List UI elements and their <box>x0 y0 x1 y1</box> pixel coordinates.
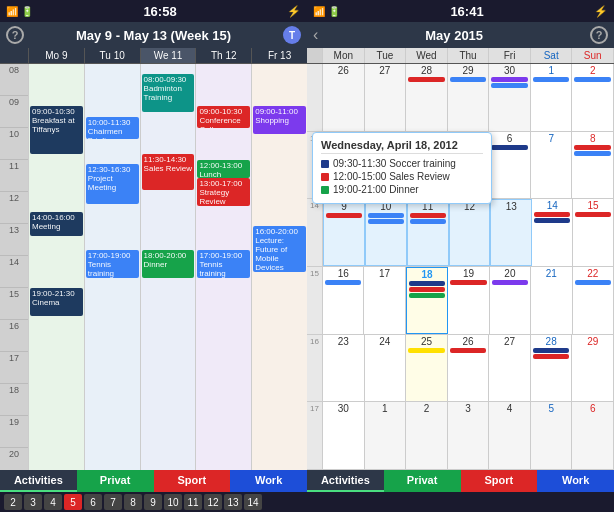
week-view[interactable]: 08 09 10 11 12 13 14 15 16 17 18 19 20 2… <box>0 64 307 470</box>
month-day-27b[interactable]: 27 <box>489 335 531 402</box>
month-day-17[interactable]: 17 <box>364 267 405 334</box>
month-day-27a[interactable]: 27 <box>365 64 407 131</box>
month-day-1a[interactable]: 1 <box>531 64 573 131</box>
left-header: ? May 9 - May 13 (Week 15) T <box>0 22 307 48</box>
tab-sport-right[interactable]: Sport <box>461 470 538 492</box>
month-day-18[interactable]: 18 <box>406 267 448 334</box>
left-help-icon[interactable]: ? <box>6 26 24 44</box>
month-day-26a[interactable]: 26 <box>323 64 365 131</box>
tab-sport-left[interactable]: Sport <box>154 470 231 492</box>
page-9[interactable]: 9 <box>144 494 162 510</box>
day-col-wednesday[interactable]: 08:00-09:30 Badminton Training 11:30-14:… <box>140 64 196 470</box>
page-4[interactable]: 4 <box>44 494 62 510</box>
right-help-icon[interactable]: ? <box>590 26 608 44</box>
month-day-2b[interactable]: 2 <box>406 402 448 469</box>
month-day-7[interactable]: 7 <box>531 132 573 199</box>
month-day-16[interactable]: 16 <box>323 267 364 334</box>
day-col-monday[interactable]: 09:00-10:30 Breakfast at Tiffanys 14:00-… <box>28 64 84 470</box>
page-8[interactable]: 8 <box>124 494 142 510</box>
event-bar <box>574 145 611 150</box>
month-day-4b[interactable]: 4 <box>489 402 531 469</box>
tab-work-right[interactable]: Work <box>537 470 614 492</box>
month-col-sun: Sun <box>572 48 614 63</box>
left-header-title: May 9 - May 13 (Week 15) <box>76 28 231 43</box>
event-lecture[interactable]: 16:00-20:00 Lecture: Future of Mobile De… <box>253 226 306 272</box>
tab-privat-right[interactable]: Privat <box>384 470 461 492</box>
month-day-24[interactable]: 24 <box>365 335 407 402</box>
t-icon[interactable]: T <box>283 26 301 44</box>
month-day-29b[interactable]: 29 <box>572 335 614 402</box>
time-16: 16 <box>0 320 28 352</box>
month-day-2sun[interactable]: 2 <box>572 64 614 131</box>
page-10[interactable]: 10 <box>164 494 182 510</box>
month-day-8[interactable]: 8 <box>572 132 614 199</box>
page-14[interactable]: 14 <box>244 494 262 510</box>
event-cinema[interactable]: 19:00-21:30 Cinema <box>30 288 83 316</box>
month-day-12[interactable]: 12 <box>449 199 491 266</box>
month-week-16: 16 23 24 25 26 27 28 29 <box>307 335 614 403</box>
day-header-mo: Mo 9 <box>28 48 84 63</box>
page-2[interactable]: 2 <box>4 494 22 510</box>
event-badminton[interactable]: 08:00-09:30 Badminton Training <box>142 74 195 112</box>
month-day-23[interactable]: 23 <box>323 335 365 402</box>
month-day-6b[interactable]: 6 <box>572 402 614 469</box>
time-08: 08 <box>0 64 28 96</box>
month-day-21[interactable]: 21 <box>531 267 572 334</box>
event-breakfast[interactable]: 09:00-10:30 Breakfast at Tiffanys <box>30 106 83 154</box>
tab-privat-left[interactable]: Privat <box>77 470 154 492</box>
month-day-3b[interactable]: 3 <box>448 402 490 469</box>
tab-activities-right[interactable]: Activities <box>307 470 384 492</box>
month-day-26b[interactable]: 26 <box>448 335 490 402</box>
month-day-30b[interactable]: 30 <box>323 402 365 469</box>
month-day-11[interactable]: 11 <box>407 199 449 266</box>
page-7[interactable]: 7 <box>104 494 122 510</box>
time-09: 09 <box>0 96 28 128</box>
month-day-25[interactable]: 25 <box>406 335 448 402</box>
page-3[interactable]: 3 <box>24 494 42 510</box>
event-tennis-thu[interactable]: 17:00-19:00 Tennis training <box>197 250 250 278</box>
event-meeting-mon[interactable]: 14:00-16:00 Meeting <box>30 212 83 236</box>
month-day-20[interactable]: 20 <box>490 267 531 334</box>
day-col-thursday[interactable]: 09:00-10:30 Conference Call 12:00-13:00 … <box>195 64 251 470</box>
month-day-6[interactable]: 6 <box>489 132 531 199</box>
event-project[interactable]: 12:30-16:30 Project Meeting <box>86 164 139 204</box>
page-12[interactable]: 12 <box>204 494 222 510</box>
event-shopping[interactable]: 09:00-11:00 Shopping <box>253 106 306 134</box>
month-view[interactable]: Wednesday, April 18, 2012 09:30-11:30 So… <box>307 64 614 470</box>
month-day-30a[interactable]: 30 <box>489 64 531 131</box>
month-day-29a[interactable]: 29 <box>448 64 490 131</box>
month-day-28a[interactable]: 28 <box>406 64 448 131</box>
event-bar <box>408 348 445 353</box>
month-day-19[interactable]: 19 <box>448 267 489 334</box>
event-chairmen[interactable]: 10:00-11:30 Chairmen Briefing <box>86 117 139 139</box>
day-col-tuesday[interactable]: 10:00-11:30 Chairmen Briefing 12:30-16:3… <box>84 64 140 470</box>
event-strategy[interactable]: 13:00-17:00 Strategy Review <box>197 178 250 206</box>
month-day-1b[interactable]: 1 <box>365 402 407 469</box>
day-header-we: We 11 <box>140 48 196 63</box>
tooltip-text-3: 19:00-21:00 Dinner <box>333 184 419 195</box>
event-sales-review[interactable]: 11:30-14:30 Sales Review <box>142 154 195 190</box>
month-day-9[interactable]: 9 <box>323 199 365 266</box>
month-day-10[interactable]: 10 <box>365 199 407 266</box>
prev-month-icon[interactable]: ‹ <box>313 26 318 44</box>
tab-work-left[interactable]: Work <box>230 470 307 492</box>
event-bar <box>534 218 570 223</box>
month-day-22[interactable]: 22 <box>573 267 614 334</box>
page-13[interactable]: 13 <box>224 494 242 510</box>
event-lunch[interactable]: 12:00-13:00 Lunch <box>197 160 250 178</box>
day-col-friday[interactable]: 09:00-11:00 Shopping 16:00-20:00 Lecture… <box>251 64 307 470</box>
month-day-5b[interactable]: 5 <box>531 402 573 469</box>
month-day-15[interactable]: 15 <box>573 199 614 266</box>
tooltip-dot-2 <box>321 173 329 181</box>
event-conf-call[interactable]: 09:00-10:30 Conference Call <box>197 106 250 128</box>
page-11[interactable]: 11 <box>184 494 202 510</box>
month-day-13[interactable]: 13 <box>490 199 532 266</box>
page-6[interactable]: 6 <box>84 494 102 510</box>
month-day-28b[interactable]: 28 <box>531 335 573 402</box>
event-dinner-wed[interactable]: 18:00-20:00 Dinner <box>142 250 195 278</box>
event-bar <box>368 213 404 218</box>
event-tennis-tue[interactable]: 17:00-19:00 Tennis training <box>86 250 139 278</box>
month-day-14[interactable]: 14 <box>532 199 573 266</box>
tab-activities-left[interactable]: Activities <box>0 470 77 492</box>
page-5[interactable]: 5 <box>64 494 82 510</box>
